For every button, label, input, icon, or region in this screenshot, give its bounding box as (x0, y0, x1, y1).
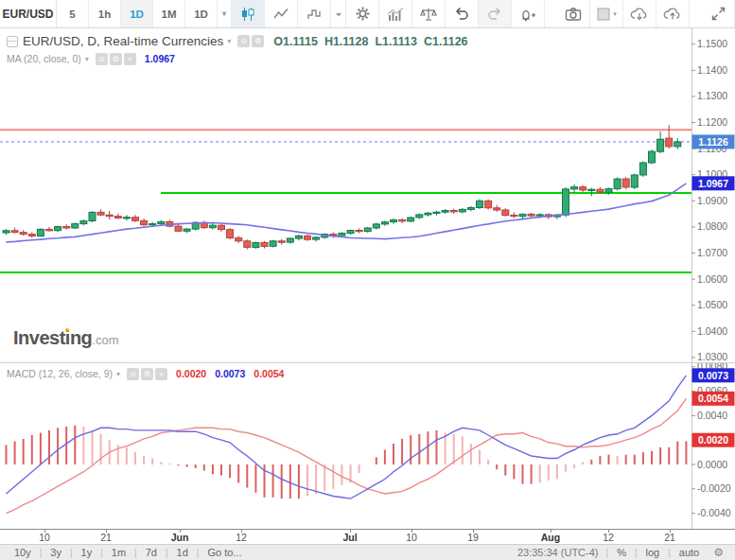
time-label-10: 10 (406, 532, 417, 543)
ohlc-c: C1.1126 (424, 35, 468, 48)
time-label-21: 21 (664, 532, 675, 543)
ma-settings-icon[interactable]: ⚙ (110, 53, 122, 65)
svg-text:1.1126: 1.1126 (698, 136, 728, 148)
collapse-panel-icon[interactable]: — (7, 36, 18, 47)
svg-text:1.0400: 1.0400 (697, 325, 727, 337)
time-label-12: 12 (236, 532, 247, 543)
svg-text:1.0800: 1.0800 (697, 220, 727, 232)
compare-scales-icon[interactable] (412, 0, 446, 27)
price-chart-panel[interactable]: 1.15001.14001.13001.12001.11001.10001.09… (0, 28, 735, 362)
svg-text:1.0600: 1.0600 (697, 273, 727, 285)
price-header-overlay: — EUR/USD, D, Real-time Currencies ▾ ⊙ ⚙… (7, 32, 475, 66)
time-label-jun: Jun (171, 532, 189, 543)
settings-gear-icon[interactable] (346, 0, 379, 27)
series-settings-icon[interactable]: ⚙ (252, 35, 264, 47)
cloud-download-icon[interactable] (623, 0, 656, 27)
camera-icon[interactable] (557, 0, 590, 27)
top-toolbar: EUR/USD 51h1D1M1D ▾ ▾ (0, 0, 735, 28)
time-label-12: 12 (603, 532, 614, 543)
ohlc-values: O1.1115H1.1128L1.1113C1.1126 (273, 35, 474, 48)
candlestick-chart-icon[interactable] (232, 0, 265, 27)
timeframe-group: 51h1D1M1D (57, 0, 218, 27)
macd-indicator-label: MACD (12, 26, close, 9) (7, 368, 113, 379)
ma-caret-icon[interactable]: ▾ (85, 55, 89, 63)
time-label-10: 10 (39, 532, 50, 543)
ma-visibility-icon[interactable]: ⊙ (96, 53, 108, 65)
title-caret-icon[interactable]: ▾ (227, 37, 231, 45)
toolbar-gap (545, 0, 557, 27)
time-label-aug: Aug (541, 532, 560, 543)
logo-orange-dot-i: i (65, 327, 70, 348)
macd-settings-icon[interactable]: ⚙ (141, 368, 153, 380)
ohlc-h: H1.1128 (324, 35, 369, 48)
mode-button-auto[interactable]: auto (671, 547, 708, 558)
time-axis[interactable]: 1021Jun12Jul1019Aug1221 (0, 529, 735, 544)
visibility-toggle-icon[interactable]: ⊙ (237, 35, 250, 47)
macd-visibility-icon[interactable]: ⊙ (127, 368, 139, 380)
svg-text:1.0500: 1.0500 (697, 299, 727, 310)
svg-text:1.0700: 1.0700 (697, 247, 727, 258)
mode-button-percent[interactable]: % (608, 547, 635, 558)
svg-text:1.0300: 1.0300 (697, 351, 727, 362)
mode-group: |%|log|auto (606, 547, 709, 558)
range-button-1y[interactable]: 1y (73, 547, 101, 558)
svg-text:1.1400: 1.1400 (697, 64, 727, 76)
macd-panel[interactable]: 0.00800.00600.00400.00200.0000-0.0020-0.… (0, 362, 735, 529)
step-chart-icon[interactable] (298, 0, 331, 27)
macd-values: 0.00200.00730.0054 (176, 368, 292, 379)
svg-text:0.0020: 0.0020 (698, 434, 728, 446)
axis-settings-gear-icon[interactable]: ⚙ (708, 546, 729, 559)
macd-value-2: 0.0054 (254, 368, 284, 379)
goto-button[interactable]: Go to... (199, 547, 250, 558)
timeframe-button-5-0[interactable]: 5 (57, 0, 89, 27)
timeframe-button-1h-1[interactable]: 1h (89, 0, 121, 27)
ma-indicator-label: MA (20, close, 0) (7, 53, 81, 64)
svg-text:-0.0040: -0.0040 (697, 507, 731, 518)
ma-close-icon[interactable]: × (124, 53, 136, 65)
macd-caret-icon[interactable]: ▾ (116, 370, 120, 378)
timeframe-button-1m-3[interactable]: 1M (153, 0, 185, 27)
range-button-10y[interactable]: 10y (6, 547, 40, 558)
symbol-button[interactable]: EUR/USD (0, 0, 57, 27)
time-label-19: 19 (467, 532, 479, 543)
timeframe-button-1d-4[interactable]: 1D (185, 0, 218, 27)
line-chart-icon[interactable] (265, 0, 298, 27)
range-group: 10y|3y|1y|1m|7d|1d (6, 547, 197, 558)
indicators-icon[interactable] (379, 0, 412, 27)
range-button-7d[interactable]: 7d (137, 547, 166, 558)
svg-text:1.1500: 1.1500 (697, 38, 727, 49)
cloud-upload-icon[interactable] (656, 0, 690, 27)
timeframe-caret-icon[interactable]: ▾ (218, 0, 232, 27)
macd-value-0: 0.0020 (176, 368, 206, 379)
price-chart[interactable]: 1.15001.14001.13001.12001.11001.10001.09… (0, 28, 735, 362)
clock[interactable]: 23:35:34 (UTC-4) (510, 547, 606, 558)
macd-close-icon[interactable]: × (155, 368, 167, 380)
range-button-1m[interactable]: 1m (103, 547, 134, 558)
investing-logo[interactable]: Investing.com (13, 327, 118, 349)
macd-value-1: 0.0073 (215, 368, 245, 379)
mode-button-log[interactable]: log (638, 547, 669, 558)
layout-grid-icon[interactable]: ▾ (590, 0, 623, 27)
fullscreen-icon[interactable] (702, 0, 735, 27)
range-button-1d[interactable]: 1d (168, 547, 197, 558)
macd-chart[interactable]: 0.00800.00600.00400.00200.0000-0.0020-0.… (0, 363, 735, 530)
svg-text:1.0967: 1.0967 (698, 178, 728, 189)
time-label-21: 21 (100, 532, 112, 543)
bottom-toolbar: 10y|3y|1y|1m|7d|1d | Go to... 23:35:34 (… (0, 544, 735, 560)
alert-bell-icon[interactable] (512, 0, 545, 27)
redo-icon[interactable] (479, 0, 512, 27)
ma-value: 1.0967 (145, 53, 175, 64)
timeframe-button-1d-2[interactable]: 1D (121, 0, 153, 27)
svg-text:1.0900: 1.0900 (697, 195, 727, 206)
bottom-right-group: 23:35:34 (UTC-4) |%|log|auto ⚙ (510, 546, 729, 559)
svg-text:0.0073: 0.0073 (698, 370, 728, 381)
undo-icon[interactable] (446, 0, 479, 27)
ohlc-o: O1.1115 (273, 35, 318, 48)
chart-type-caret-icon[interactable] (331, 0, 346, 27)
range-button-3y[interactable]: 3y (42, 547, 70, 558)
time-label-jul: Jul (342, 532, 357, 543)
svg-text:0.0040: 0.0040 (697, 410, 727, 421)
chart-title: EUR/USD, D, Real-time Currencies (23, 34, 223, 48)
macd-header-overlay: MACD (12, 26, close, 9) ▾ ⊙ ⚙ × 0.00200.… (7, 365, 292, 381)
svg-text:-0.0020: -0.0020 (697, 482, 731, 494)
